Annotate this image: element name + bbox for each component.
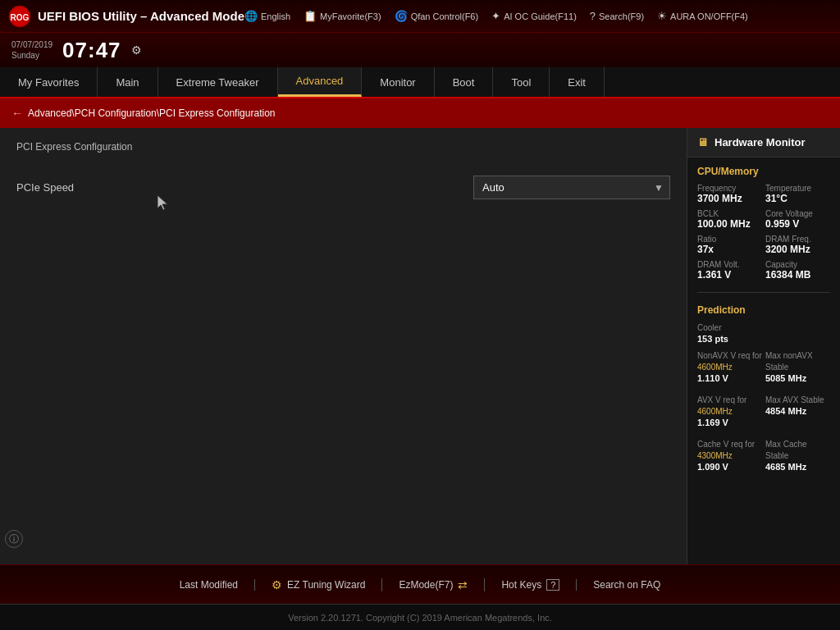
hw-capacity: Capacity 16384 MB [765,260,830,281]
qfan-button[interactable]: 🌀 Qfan Control(F6) [395,10,479,22]
aioc-icon: ✦ [491,10,500,22]
day-display: Sunday [11,50,52,61]
top-bar-actions: 🌐 English 📋 MyFavorite(F3) 🌀 Qfan Contro… [244,10,748,22]
cache-stable: Max Cache Stable 4685 MHz [765,439,830,472]
monitor-icon: 🖥 [697,136,708,148]
cpu-memory-section: CPU/Memory Frequency 3700 MHz Temperatur… [687,158,840,285]
mid-content: PCI Express Configuration PCIe Speed Aut… [0,128,840,564]
nav-tool[interactable]: Tool [493,67,550,97]
nav-monitor[interactable]: Monitor [362,67,434,97]
pcie-speed-select[interactable]: Auto Gen1 Gen2 Gen3 [473,176,670,199]
settings-icon[interactable]: ⚙ [131,43,142,57]
myfavorite-icon: 📋 [304,10,317,22]
language-button[interactable]: 🌐 English [244,10,290,22]
nav-boot[interactable]: Boot [435,67,494,97]
cpu-memory-title: CPU/Memory [697,166,830,177]
hw-bclk: BCLK 100.00 MHz [697,209,762,230]
copyright-text: Version 2.20.1271. Copyright (C) 2019 Am… [288,613,552,623]
datetime-date-area: 07/07/2019 Sunday [11,39,52,61]
prediction-section: Prediction Cooler 153 pts NonAVX V req f… [687,299,840,485]
hw-frequency: Frequency 3700 MHz [697,184,762,204]
cpu-memory-grid: Frequency 3700 MHz Temperature 31°C BCLK… [697,184,830,281]
info-icon[interactable]: ⓘ [5,530,23,548]
search-button[interactable]: ? Search(F9) [590,10,644,22]
aura-button[interactable]: ☀ AURA ON/OFF(F4) [657,10,748,22]
datetime-bar: 07/07/2019 Sunday 07:47 ⚙ [0,33,840,67]
nav-advanced[interactable]: Advanced [278,67,363,97]
hot-keys-icon: ? [546,579,559,591]
copyright-bar: Version 2.20.1271. Copyright (C) 2019 Am… [0,604,840,630]
prediction-grid: NonAVX V req for 4600MHz 1.110 V Max non… [697,350,830,478]
hw-dram-volt: DRAM Volt. 1.361 V [697,260,762,281]
nonavx-req: NonAVX V req for 4600MHz 1.110 V [697,350,762,383]
search-faq-label: Search on FAQ [593,579,660,591]
hw-core-voltage: Core Voltage 0.959 V [765,209,830,230]
nav-exit[interactable]: Exit [550,67,605,97]
nav-main[interactable]: Main [98,67,158,97]
ez-tuning-wizard-button[interactable]: ⚙ EZ Tuning Wizard [255,578,382,591]
ez-mode-button[interactable]: EzMode(F7) ⇄ [382,578,485,591]
content-area: PCI Express Configuration PCIe Speed Aut… [0,128,687,564]
hw-dram-freq: DRAM Freq. 3200 MHz [765,235,830,255]
ez-mode-icon: ⇄ [458,578,468,591]
breadcrumb: Advanced\PCH Configuration\PCI Express C… [28,107,276,119]
nav-extreme-tweaker[interactable]: Extreme Tweaker [158,67,278,97]
breadcrumb-arrow-icon: ← [11,107,23,120]
prediction-title: Prediction [697,304,830,316]
search-faq-button[interactable]: Search on FAQ [577,579,677,591]
ez-tuning-label: EZ Tuning Wizard [287,579,365,591]
aura-icon: ☀ [657,10,667,22]
aioc-button[interactable]: ✦ AI OC Guide(F11) [491,10,577,22]
avx-req: AVX V req for 4600MHz 1.169 V [697,395,762,427]
pcie-speed-dropdown[interactable]: Auto Gen1 Gen2 Gen3 ▼ [473,176,670,199]
pcie-speed-row: PCIe Speed Auto Gen1 Gen2 Gen3 ▼ [16,169,670,206]
top-bar: ROG UEFI BIOS Utility – Advanced Mode 🌐 … [0,0,840,33]
ez-tuning-icon: ⚙ [272,578,282,591]
search-icon: ? [590,10,596,22]
rog-logo-icon: ROG [8,5,31,28]
hw-monitor-title: 🖥 Hardware Monitor [687,128,840,158]
language-icon: 🌐 [244,10,258,22]
nav-bar: My Favorites Main Extreme Tweaker Advanc… [0,67,840,98]
svg-text:ROG: ROG [11,13,30,22]
hw-ratio: Ratio 37x [697,235,762,255]
logo-area: ROG UEFI BIOS Utility – Advanced Mode [8,5,244,28]
last-modified-label: Last Modified [180,579,238,591]
date-display: 07/07/2019 [11,39,52,50]
breadcrumb-bar: ← Advanced\PCH Configuration\PCI Express… [0,98,840,128]
pcie-speed-label: PCIe Speed [16,181,74,194]
footer-bar: Last Modified ⚙ EZ Tuning Wizard EzMode(… [0,564,840,604]
nav-my-favorites[interactable]: My Favorites [0,67,98,97]
section-title: PCI Express Configuration [16,141,670,158]
app-title: UEFI BIOS Utility – Advanced Mode [38,9,244,23]
hot-keys-button[interactable]: Hot Keys ? [485,579,577,591]
hardware-monitor-panel: 🖥 Hardware Monitor CPU/Memory Frequency … [687,128,840,564]
hot-keys-label: Hot Keys [501,579,541,591]
myfavorite-button[interactable]: 📋 MyFavorite(F3) [304,10,381,22]
nonavx-stable: Max nonAVX Stable 5085 MHz [765,350,830,383]
hw-divider [697,292,830,293]
hw-temperature: Temperature 31°C [765,184,830,204]
ez-mode-label: EzMode(F7) [399,579,453,591]
last-modified-button[interactable]: Last Modified [163,579,255,591]
qfan-icon: 🌀 [395,10,408,22]
app-wrapper: ROG UEFI BIOS Utility – Advanced Mode 🌐 … [0,0,840,630]
time-display: 07:47 [62,38,121,63]
cooler-item: Cooler 153 pts [697,322,830,344]
cache-req: Cache V req for 4300MHz 1.090 V [697,439,762,472]
avx-stable: Max AVX Stable 4854 MHz [765,395,830,427]
